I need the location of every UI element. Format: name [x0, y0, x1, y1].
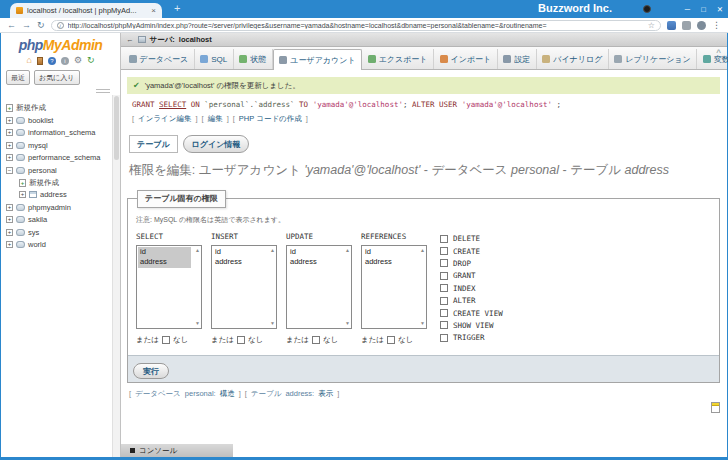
browser-tab[interactable]: localhost / localhost | phpMyAd... ×	[10, 3, 162, 18]
create-php-code-link[interactable]: PHP コードの作成	[239, 114, 302, 124]
panel-settings-icon[interactable]: ⚙	[74, 56, 82, 65]
edit-link[interactable]: 編集	[208, 114, 223, 124]
none-checkbox[interactable]	[162, 336, 170, 344]
panel-resize-grip[interactable]	[96, 89, 110, 93]
create-checkbox[interactable]	[440, 247, 448, 255]
inline-edit-link[interactable]: インライン編集	[138, 114, 191, 124]
tree-item-mysql[interactable]: + mysql	[6, 139, 118, 151]
expander-icon[interactable]: +	[6, 216, 13, 223]
sidebar-scrollbar-thumb[interactable]	[114, 96, 119, 160]
tree-item-new-table[interactable]: + 新規作成	[6, 176, 118, 188]
new-tab-button[interactable]: +	[174, 2, 180, 14]
index-checkbox[interactable]	[440, 284, 448, 292]
scroll-down-icon[interactable]: ▼	[420, 321, 425, 326]
close-tab-icon[interactable]: ×	[151, 6, 156, 15]
site-info-icon[interactable]: i	[57, 22, 64, 29]
references-columns-listbox[interactable]: id address ▲ ▼	[361, 245, 427, 329]
go-button[interactable]: 実行	[133, 363, 169, 379]
maximize-button[interactable]: □	[701, 5, 706, 14]
tree-item-sakila[interactable]: + sakila	[6, 214, 118, 226]
home-icon[interactable]: ⌂	[26, 56, 31, 65]
bookmark-star-icon[interactable]: ☆	[648, 21, 655, 30]
listbox-option[interactable]: address	[288, 257, 341, 268]
trigger-checkbox[interactable]	[440, 334, 448, 342]
open-new-window-icon[interactable]	[711, 402, 720, 413]
url-text[interactable]: http://localhost/phpMyAdmin/index.php?ro…	[68, 22, 644, 29]
scroll-down-icon[interactable]: ▼	[345, 321, 350, 326]
tab-export[interactable]: エクスポート	[362, 49, 434, 69]
listbox-option[interactable]: id	[213, 247, 266, 258]
tab-replication[interactable]: レプリケーション	[609, 49, 697, 69]
extensions-puzzle-icon[interactable]	[682, 21, 691, 30]
tab-import[interactable]: インポート	[434, 49, 498, 69]
show-view-checkbox[interactable]	[440, 321, 448, 329]
tree-item-personal[interactable]: − personal	[6, 164, 118, 176]
profile-avatar[interactable]	[697, 21, 706, 30]
tab-binary-log[interactable]: バイナリログ	[537, 49, 609, 69]
scroll-down-icon[interactable]: ▼	[270, 321, 275, 326]
collapse-toolbar-icon[interactable]: ^	[716, 48, 721, 57]
expander-icon[interactable]: +	[6, 129, 13, 136]
database-structure-link[interactable]: 構造	[220, 389, 235, 399]
close-window-button[interactable]: ✕	[717, 5, 723, 14]
recent-tables-button[interactable]: 最近	[6, 70, 30, 85]
grant-checkbox[interactable]	[440, 272, 448, 280]
tree-item-address[interactable]: + address	[6, 189, 118, 201]
scroll-up-icon[interactable]: ▲	[195, 248, 200, 253]
expander-icon[interactable]: +	[6, 241, 13, 248]
privilege-row-drop[interactable]: DROP	[440, 257, 503, 269]
insert-columns-listbox[interactable]: id address ▲ ▼	[211, 245, 277, 329]
scroll-up-icon[interactable]: ▲	[270, 248, 275, 253]
tree-item-information-schema[interactable]: + information_schema	[6, 127, 118, 139]
privilege-row-index[interactable]: INDEX	[440, 282, 503, 294]
reload-navigation-icon[interactable]: ↻	[87, 56, 95, 65]
help-icon[interactable]: ?	[48, 57, 56, 65]
extension-icon[interactable]	[667, 21, 676, 30]
scroll-down-icon[interactable]: ▼	[195, 321, 200, 326]
tree-item-performance-schema[interactable]: + performance_schema	[6, 152, 118, 164]
none-checkbox[interactable]	[312, 336, 320, 344]
privilege-row-create[interactable]: CREATE	[440, 245, 503, 257]
tab-settings[interactable]: 設定	[498, 49, 537, 69]
logout-icon[interactable]	[37, 57, 43, 65]
docs-icon[interactable]: i	[61, 57, 69, 65]
update-columns-listbox[interactable]: id address ▲ ▼	[286, 245, 352, 329]
forward-icon[interactable]: →	[22, 21, 31, 30]
collapse-expander-icon[interactable]: −	[6, 167, 13, 174]
tab-databases[interactable]: データベース	[123, 49, 195, 69]
back-icon[interactable]: ←	[7, 21, 16, 30]
reload-icon[interactable]: ↻	[37, 21, 45, 30]
expander-icon[interactable]: +	[6, 142, 13, 149]
login-information-button[interactable]: ログイン情報	[183, 135, 250, 153]
tab-status[interactable]: 状態	[234, 49, 273, 69]
breadcrumb-back-icon[interactable]: ←	[126, 35, 134, 44]
table-browse-link[interactable]: 表示	[318, 389, 333, 399]
address-bar[interactable]: i http://localhost/phpMyAdmin/index.php?…	[51, 20, 661, 31]
scroll-up-icon[interactable]: ▲	[345, 248, 350, 253]
expander-icon[interactable]: +	[6, 117, 13, 124]
table-subtab[interactable]: テーブル	[129, 135, 178, 153]
favorites-button[interactable]: お気に入り	[34, 70, 80, 85]
none-checkbox[interactable]	[237, 336, 245, 344]
delete-checkbox[interactable]	[440, 235, 448, 243]
privilege-row-alter[interactable]: ALTER	[440, 294, 503, 306]
scroll-up-icon[interactable]: ▲	[420, 248, 425, 253]
tree-item-new-database[interactable]: + 新規作成	[6, 102, 118, 114]
listbox-option[interactable]: address	[363, 257, 416, 268]
privilege-row-delete[interactable]: DELETE	[440, 233, 503, 245]
browser-menu-icon[interactable]: ⋮	[712, 20, 721, 30]
tree-item-sys[interactable]: + sys	[6, 226, 118, 238]
sidebar-scrollbar[interactable]	[112, 95, 120, 457]
listbox-option[interactable]: id	[138, 247, 191, 258]
tab-variables[interactable]: 変数	[697, 49, 728, 69]
expander-icon[interactable]: +	[19, 191, 26, 198]
privilege-row-trigger[interactable]: TRIGGER	[440, 332, 503, 344]
alter-checkbox[interactable]	[440, 297, 448, 305]
listbox-option[interactable]: address	[213, 257, 266, 268]
tab-sql[interactable]: SQL	[195, 49, 234, 69]
console-toggle[interactable]: コンソール	[121, 444, 233, 457]
listbox-option[interactable]: id	[288, 247, 341, 258]
listbox-option[interactable]: id	[363, 247, 416, 258]
create-view-checkbox[interactable]	[440, 309, 448, 317]
tree-item-booklist[interactable]: + booklist	[6, 114, 118, 126]
